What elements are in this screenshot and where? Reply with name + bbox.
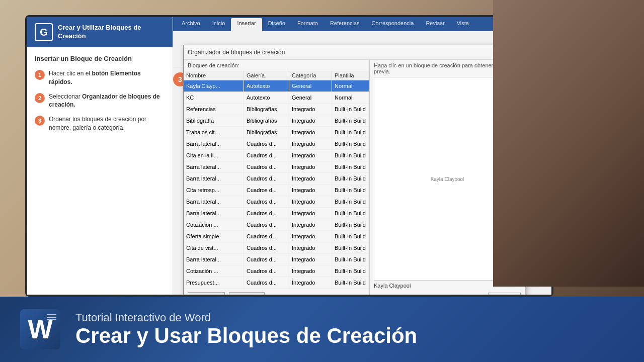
table-row[interactable]: Cita retrosp... Cuadros d... Integrado B…	[184, 185, 369, 196]
cell-galeria: Cuadros d...	[244, 150, 289, 161]
dialog-organizer: Organizador de bloques de creación ? ✕ B…	[183, 45, 525, 295]
cell-plantilla: Built-In Build	[332, 104, 369, 115]
cell-galeria: Cuadros d...	[244, 254, 289, 265]
step-3-number: 3	[35, 116, 45, 126]
cell-plantilla: Built-In Build	[332, 289, 369, 289]
table-row[interactable]: Barra lateral... Cuadros d... Integrado …	[184, 289, 369, 289]
step-2-number: 2	[35, 93, 45, 103]
screen-content: G Crear y Utilizar Bloques de Creación I…	[27, 17, 551, 295]
table-row[interactable]: Oferta simple Cuadros d... Integrado Bui…	[184, 231, 369, 242]
table-row[interactable]: KC Autotexto General Normal	[184, 92, 369, 104]
col-categoria[interactable]: Categoría	[289, 71, 332, 80]
cell-categoria: Integrado	[289, 208, 332, 219]
cell-categoria: General	[289, 92, 332, 103]
cell-plantilla: Built-In Build	[332, 173, 369, 184]
word-logo-line-3	[47, 319, 56, 320]
table-row[interactable]: Kayla Clayp... Autotexto General Normal	[184, 80, 369, 92]
col-nombre[interactable]: Nombre	[184, 71, 244, 80]
cell-categoria: Integrado	[289, 185, 332, 196]
cell-plantilla: Built-In Build	[332, 115, 369, 126]
cell-galeria: Cuadros d...	[244, 173, 289, 184]
step-3-text: Ordenar los bloques de creación por nomb…	[49, 115, 165, 132]
preview-content: Kayla Claypool	[431, 176, 464, 182]
table-row[interactable]: Cotización ... Cuadros d... Integrado Bu…	[184, 265, 369, 277]
blocks-table[interactable]: Nombre Galería Categoría Plantilla Kayla…	[184, 71, 369, 289]
cell-plantilla: Built-In Build	[332, 219, 369, 230]
cell-plantilla: Built-In Build	[332, 265, 369, 277]
table-row[interactable]: Barra lateral... Cuadros d... Integrado …	[184, 254, 369, 265]
cell-categoria: Integrado	[289, 161, 332, 172]
cell-categoria: Integrado	[289, 115, 332, 126]
dialog-left-panel: Bloques de creación: Nombre Galería Cate…	[184, 60, 370, 295]
person-silhouette	[493, 0, 644, 287]
cell-galeria: Cuadros d...	[244, 219, 289, 230]
ribbon-tab-archivo[interactable]: Archivo	[176, 18, 206, 31]
dialog-footer: Eliminar Insertar	[184, 289, 369, 295]
cell-galeria: Cuadros d...	[244, 138, 289, 149]
table-row[interactable]: Barra lateral... Cuadros d... Integrado …	[184, 138, 369, 150]
cell-plantilla: Built-In Build	[332, 277, 369, 288]
table-row[interactable]: Barra lateral... Cuadros d... Integrado …	[184, 208, 369, 219]
cell-nombre: KC	[184, 92, 244, 103]
cell-categoria: Integrado	[289, 127, 332, 138]
ribbon-tab-referencias[interactable]: Referencias	[324, 18, 366, 31]
cell-plantilla: Built-In Build	[332, 138, 369, 149]
cell-nombre: Cotización ...	[184, 265, 244, 277]
table-row[interactable]: Barra lateral... Cuadros d... Integrado …	[184, 161, 369, 173]
insertar-button[interactable]: Insertar	[229, 292, 265, 295]
cell-categoria: Integrado	[289, 242, 332, 253]
ribbon-tab-correspondencia[interactable]: Correspondencia	[366, 18, 420, 31]
cell-categoria: Integrado	[289, 254, 332, 265]
cell-plantilla: Built-In Build	[332, 196, 369, 207]
table-row[interactable]: Barra lateral... Cuadros d... Integrado …	[184, 173, 369, 185]
eliminar-button[interactable]: Eliminar	[188, 292, 225, 295]
bottom-text: Tutorial Interactivo de Word Crear y Usa…	[75, 311, 624, 348]
col-galeria[interactable]: Galería	[244, 71, 289, 80]
table-row[interactable]: Trabajos cit... Bibliografías Integrado …	[184, 127, 369, 138]
ribbon-tab-insertar[interactable]: Insertar	[231, 18, 262, 31]
cell-nombre: Kayla Clayp...	[184, 80, 244, 92]
table-row[interactable]: Cotización ... Cuadros d... Integrado Bu…	[184, 219, 369, 231]
cell-galeria: Bibliografías	[244, 104, 289, 115]
cell-galeria: Autotexto	[244, 92, 289, 103]
monitor-frame: G Crear y Utilizar Bloques de Creación I…	[25, 15, 553, 297]
table-row[interactable]: Presupuest... Cuadros d... Integrado Bui…	[184, 277, 369, 289]
col-plantilla[interactable]: Plantilla	[332, 71, 369, 80]
cell-nombre: Cita retrosp...	[184, 185, 244, 196]
tutorial-steps: Insertar un Bloque de Creación 1 Hacer c…	[27, 47, 173, 146]
cell-nombre: Barra lateral...	[184, 138, 244, 149]
table-row[interactable]: Barra lateral... Cuadros d... Integrado …	[184, 196, 369, 208]
table-header: Nombre Galería Categoría Plantilla	[184, 71, 369, 80]
cell-nombre: Barra lateral...	[184, 289, 244, 289]
cell-categoria: Integrado	[289, 219, 332, 230]
ribbon-tab-inicio[interactable]: Inicio	[206, 18, 231, 31]
cell-nombre: Cotización ...	[184, 219, 244, 230]
cell-nombre: Trabajos cit...	[184, 127, 244, 138]
dialog-body: Bloques de creación: Nombre Galería Cate…	[184, 60, 525, 295]
step-1-number: 1	[35, 70, 45, 80]
cell-nombre: Cita de vist...	[184, 242, 244, 253]
cell-plantilla: Built-In Build	[332, 208, 369, 219]
preview-text: Kayla Claypool	[431, 176, 464, 182]
cell-plantilla: Built-In Build	[332, 161, 369, 172]
cell-nombre: Barra lateral...	[184, 196, 244, 207]
ribbon-tab-formato[interactable]: Formato	[291, 18, 324, 31]
ribbon-tab-revisar[interactable]: Revisar	[420, 18, 450, 31]
cerrar-button[interactable]: Cerrar	[488, 293, 521, 295]
cell-galeria: Cuadros d...	[244, 277, 289, 288]
ribbon-tab-diseno[interactable]: Diseño	[262, 18, 291, 31]
panel-header: G Crear y Utilizar Bloques de Creación	[27, 17, 173, 47]
table-row[interactable]: Cita en la li... Cuadros d... Integrado …	[184, 150, 369, 161]
cell-galeria: Cuadros d...	[244, 185, 289, 196]
step-1-text: Hacer clic en el botón Elementos rápidos…	[49, 69, 165, 86]
table-row[interactable]: Cita de vist... Cuadros d... Integrado B…	[184, 242, 369, 254]
ribbon-tab-vista[interactable]: Vista	[451, 18, 475, 31]
cell-galeria: Bibliografías	[244, 127, 289, 138]
cell-galeria: Cuadros d...	[244, 242, 289, 253]
cell-categoria: Integrado	[289, 231, 332, 242]
step-2: 2 Seleccionar Organizador de bloques de …	[35, 93, 165, 110]
table-row[interactable]: Referencias Bibliografías Integrado Buil…	[184, 104, 369, 115]
word-icon: G	[35, 23, 53, 41]
table-row[interactable]: Bibliografía Bibliografías Integrado Bui…	[184, 115, 369, 127]
word-logo-lines	[47, 314, 56, 320]
